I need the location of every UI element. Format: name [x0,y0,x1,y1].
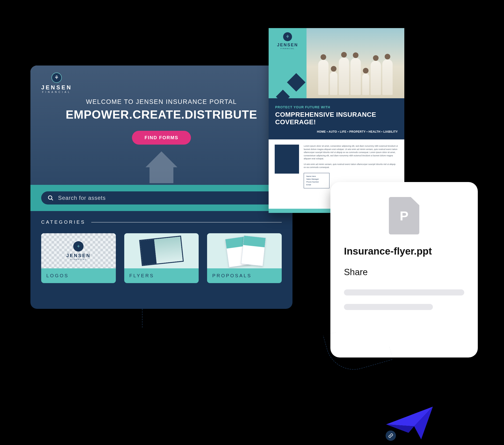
search-band [30,185,292,211]
category-card-logos[interactable]: ⚘ JENSEN FINANCIAL LOGOS [41,233,116,283]
share-input-placeholder[interactable] [344,304,433,310]
hero-house-illustration [142,147,181,187]
categories-section: CATEGORIES ⚘ JENSEN FINANCIAL LOGOS FLYE… [30,211,292,297]
flyer-paragraph: Ut wisi enim ad minim veniam, quis nostr… [304,163,398,169]
categories-heading: CATEGORIES [41,219,86,225]
share-heading: Share [344,267,464,277]
brand-name: JENSEN [41,84,72,91]
category-thumb [207,233,282,268]
divider [91,222,282,222]
share-input-placeholder[interactable] [344,289,464,296]
flyer-category-line: HOME • AUTO • LIFE • PROPERTY • HEALTH •… [275,130,398,133]
search-icon [47,195,54,201]
flyer-pretitle: PROTECT YOUR FUTURE WITH [275,105,398,109]
decorative-diamond [287,73,305,91]
flyer-title-band: PROTECT YOUR FUTURE WITH COMPREHENSIVE I… [269,98,404,140]
svg-marker-0 [145,151,177,183]
flyer-contact-box: Name Here Sales Manager Phone Number Ema… [304,173,329,188]
link-icon [386,430,396,441]
category-label: LOGOS [41,268,116,283]
portal-hero: ⚘ JENSEN FINANCIAL WELCOME TO JENSEN INS… [30,66,292,185]
file-name: Insurance-flyer.ppt [344,246,464,257]
flyer-title: COMPREHENSIVE INSURANCE COVERAGE! [275,111,398,126]
flyer-image-placeholder [275,144,299,174]
category-card-flyers[interactable]: FLYERS [124,233,199,283]
flyer-paragraph: Lorem ipsum dolor sit amet, consectetur … [304,144,398,160]
flyer-hero-photo [306,28,404,98]
category-label: PROPOSALS [207,268,282,283]
category-card-proposals[interactable]: PROPOSALS [207,233,282,283]
insurance-portal-window: ⚘ JENSEN FINANCIAL WELCOME TO JENSEN INS… [30,66,292,309]
brand-logo-icon: ⚘ [73,241,84,251]
brand-logo-icon: ⚘ [52,72,62,83]
connector-line [142,309,143,328]
brand-logo-icon: ⚘ [283,32,292,41]
find-forms-button[interactable]: FIND FORMS [132,131,191,144]
hero-tagline: EMPOWER.CREATE.DISTRIBUTE [66,108,257,122]
flyer-logo-column: ⚘ JENSEN FINANCIAL [269,28,306,98]
search-bar[interactable] [41,191,282,204]
category-label: FLYERS [124,268,199,283]
category-thumb: ⚘ JENSEN FINANCIAL [41,233,116,268]
hero-welcome-text: WELCOME TO JENSEN INSURANCE PORTAL [86,98,237,106]
svg-line-2 [52,199,53,200]
brand-subtitle: FINANCIAL [41,91,72,93]
portal-logo: ⚘ JENSEN FINANCIAL [41,72,72,93]
category-thumb [124,233,199,268]
ppt-file-icon: P [389,197,419,234]
search-input[interactable] [58,195,276,201]
